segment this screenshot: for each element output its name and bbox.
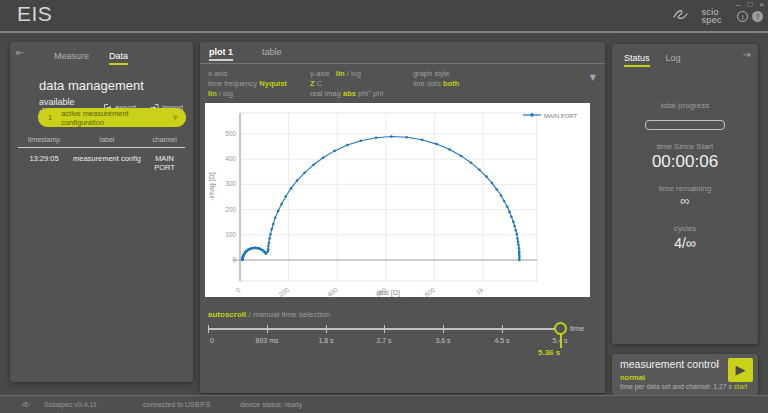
minimize-button[interactable]: – bbox=[736, 0, 740, 9]
tab-measure[interactable]: Measure bbox=[54, 51, 89, 65]
x-scale-log[interactable]: log bbox=[223, 89, 233, 98]
tab-log[interactable]: Log bbox=[666, 53, 681, 67]
y-comp-phideg[interactable]: phi° bbox=[358, 89, 371, 98]
tab-table[interactable]: table bbox=[262, 47, 282, 59]
y-comp-abs[interactable]: abs bbox=[343, 89, 356, 98]
close-button[interactable]: × bbox=[759, 0, 764, 9]
cycles-label: cycles bbox=[612, 224, 758, 233]
datasets-table: timestamp label channel 13:29:05 measure… bbox=[18, 136, 185, 172]
page-title: data management bbox=[39, 78, 144, 93]
tab-plot-1[interactable]: plot 1 bbox=[209, 47, 233, 61]
measurement-info: time per data set and channel: 1.27 s bbox=[620, 383, 732, 390]
active-config-dropdown[interactable]: 1 active measurement configuration bbox=[38, 108, 186, 127]
slider-tick bbox=[326, 325, 327, 333]
app-title: EIS bbox=[17, 2, 52, 26]
tab-status[interactable]: Status bbox=[624, 53, 650, 67]
slider-tick bbox=[267, 325, 268, 333]
svg-text:500: 500 bbox=[225, 130, 236, 137]
status-panel-tabs: Status Log bbox=[624, 53, 681, 67]
y-comp-phi[interactable]: phi bbox=[373, 89, 383, 98]
total-progress-label: total progress bbox=[612, 101, 758, 110]
help-icons: i ? bbox=[737, 11, 763, 22]
y-scale-lin[interactable]: lin bbox=[336, 69, 345, 78]
maximize-button[interactable]: □ bbox=[747, 0, 752, 9]
nyquist-chart-svg: 010020030040050002004006008001kreal [Ω]-… bbox=[205, 103, 590, 297]
plot-panel-tabs: plot 1 table bbox=[200, 42, 605, 64]
svg-text:200: 200 bbox=[277, 286, 290, 297]
graph-style-controls: graph style line dots both bbox=[413, 69, 459, 89]
cell-timestamp: 13:29:05 bbox=[18, 154, 70, 172]
time-slider-marker-line bbox=[560, 334, 562, 348]
col-channel: channel bbox=[144, 136, 185, 143]
autoscroll-option[interactable]: autoscroll bbox=[208, 310, 246, 319]
collapse-right-panel-icon[interactable] bbox=[743, 49, 751, 60]
y-quantity-z[interactable]: Z bbox=[310, 79, 315, 88]
window-controls: – □ × bbox=[736, 0, 764, 9]
tab-data[interactable]: Data bbox=[109, 51, 128, 65]
slider-tick bbox=[502, 325, 503, 333]
svg-text:-imag [Ω]: -imag [Ω] bbox=[208, 172, 216, 201]
svg-text:1k: 1k bbox=[475, 286, 485, 296]
y-comp-imag[interactable]: imag bbox=[325, 89, 341, 98]
slider-tick-label: 1.8 s bbox=[304, 337, 348, 344]
x-axis-option-frequency[interactable]: frequency bbox=[224, 79, 257, 88]
x-axis-label: x-axis bbox=[208, 69, 287, 79]
graph-style-label: graph style bbox=[413, 69, 459, 79]
scale-separator: / bbox=[347, 69, 349, 78]
info-icon[interactable]: i bbox=[737, 11, 748, 22]
time-slider: 0 893 ms 1.8 s 2.7 s 3.6 s 4.5 s 5.4 s t… bbox=[208, 323, 561, 357]
svg-text:400: 400 bbox=[225, 155, 236, 162]
table-row[interactable]: 13:29:05 measurement config MAIN PORT bbox=[18, 148, 185, 172]
col-label: label bbox=[70, 136, 144, 143]
connection-status: connected to USB/FS bbox=[143, 401, 210, 408]
active-config-label: active measurement configuration bbox=[61, 109, 172, 127]
manual-time-option[interactable]: manual time selection bbox=[253, 310, 330, 319]
brand-text: scio spec bbox=[701, 8, 722, 24]
time-slider-handle[interactable] bbox=[554, 322, 567, 335]
slider-tick-label: 2.7 s bbox=[362, 337, 406, 344]
style-dots[interactable]: dots bbox=[427, 79, 441, 88]
active-config-index: 1 bbox=[48, 113, 52, 122]
style-line[interactable]: line bbox=[413, 79, 425, 88]
collapse-left-panel-icon[interactable] bbox=[16, 47, 24, 58]
time-remaining-value: ∞ bbox=[612, 193, 758, 208]
svg-text:real [Ω]: real [Ω] bbox=[377, 289, 400, 297]
current-time-value: 5.36 s bbox=[538, 348, 560, 357]
y-quantity-c[interactable]: C bbox=[317, 79, 322, 88]
svg-text:100: 100 bbox=[225, 231, 236, 238]
y-scale-log[interactable]: log bbox=[351, 69, 361, 78]
svg-text:800: 800 bbox=[423, 286, 436, 297]
y-axis-label: y-axis bbox=[310, 69, 330, 78]
cycles-value: 4/∞ bbox=[612, 235, 758, 251]
datasets-table-header: timestamp label channel bbox=[18, 136, 185, 148]
nyquist-chart[interactable]: 010020030040050002004006008001kreal [Ω]-… bbox=[205, 103, 590, 297]
measurement-mode[interactable]: normal bbox=[620, 373, 645, 382]
sciospec-logo-small-icon bbox=[22, 399, 36, 410]
x-scale-lin[interactable]: lin bbox=[208, 89, 217, 98]
slider-tick-label: 4.5 s bbox=[480, 337, 524, 344]
status-bar: Sciospec v0.4.11 connected to USB/FS dev… bbox=[0, 395, 768, 413]
x-axis-option-nyquist[interactable]: Nyquist bbox=[259, 79, 287, 88]
top-bar: EIS scio spec – □ × i ? bbox=[0, 0, 768, 33]
start-button-label: start bbox=[728, 383, 753, 390]
y-comp-real[interactable]: real bbox=[310, 89, 323, 98]
x-axis-option-time[interactable]: time bbox=[208, 79, 222, 88]
chevron-down-icon bbox=[173, 114, 178, 122]
style-both[interactable]: both bbox=[443, 79, 459, 88]
x-axis-controls: x-axis time frequency Nyquist lin / log bbox=[208, 69, 287, 99]
time-mode-toggle[interactable]: autoscroll / manual time selection bbox=[208, 310, 330, 319]
slider-tick bbox=[443, 325, 444, 333]
kebab-menu-icon[interactable] bbox=[714, 358, 723, 368]
plot-panel: plot 1 table x-axis time frequency Nyqui… bbox=[200, 42, 605, 393]
svg-text:200: 200 bbox=[225, 206, 236, 213]
plot-options-collapse-icon[interactable] bbox=[590, 73, 596, 82]
left-panel-tabs: Measure Data bbox=[54, 51, 128, 65]
col-timestamp: timestamp bbox=[18, 136, 70, 143]
cell-channel: MAIN PORT bbox=[144, 154, 185, 172]
measurement-control-title: measurement control bbox=[620, 358, 719, 370]
slider-tick bbox=[384, 325, 385, 333]
help-icon[interactable]: ? bbox=[752, 11, 763, 22]
cell-label: measurement config bbox=[70, 154, 144, 172]
start-button[interactable] bbox=[728, 358, 753, 382]
scale-separator: / bbox=[219, 89, 221, 98]
